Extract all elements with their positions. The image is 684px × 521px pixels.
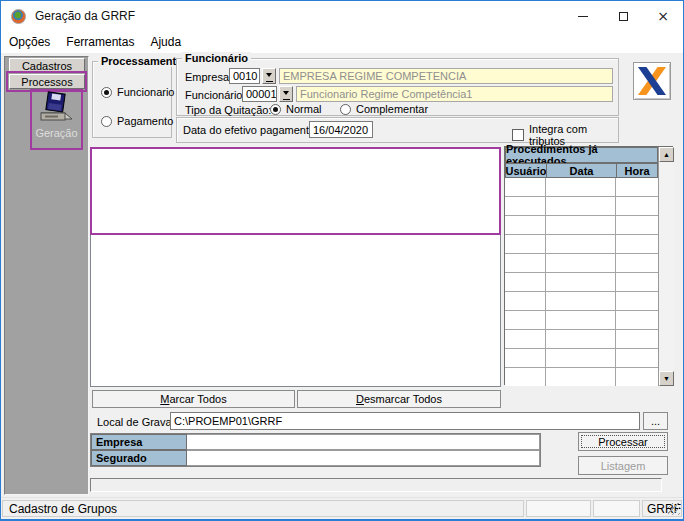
- radio-funcionario[interactable]: Funcionario: [101, 86, 174, 98]
- dropdown-icon: [266, 73, 272, 80]
- close-button[interactable]: ×: [643, 1, 683, 31]
- radio-normal-label: Normal: [286, 103, 321, 115]
- listagem-button: Listagem: [578, 456, 668, 475]
- status-panel-3: [593, 500, 640, 517]
- radio-funcionario-label: Funcionario: [117, 86, 174, 98]
- menu-ferramentas[interactable]: Ferramentas: [58, 32, 142, 52]
- table-row: Segurado: [91, 450, 540, 466]
- resize-grip[interactable]: [668, 503, 680, 515]
- browse-button[interactable]: ...: [643, 412, 668, 430]
- scroll-down-button[interactable]: ▼: [659, 371, 674, 386]
- radio-normal-icon: [270, 104, 281, 115]
- menu-ajuda[interactable]: Ajuda: [142, 32, 189, 52]
- close-icon: ×: [657, 9, 669, 23]
- scroll-down-icon: ▼: [663, 375, 670, 382]
- funcionario-dropdown-button[interactable]: [279, 86, 293, 102]
- table-row[interactable]: [505, 197, 658, 216]
- app-window: Geração da GRRF × Opções Ferramentas Aju…: [0, 0, 684, 521]
- column-header-usuario[interactable]: Usuário: [505, 163, 547, 178]
- column-header-data[interactable]: Data: [546, 163, 617, 178]
- table-row[interactable]: [505, 368, 658, 386]
- funcionario-label: Funcionário:: [185, 89, 246, 101]
- table-row[interactable]: [505, 292, 658, 311]
- annotation-highlight-list: [90, 147, 501, 235]
- funcionario-group: Funcionário Empresa: 0010 EMPRESA REGIME…: [176, 58, 619, 116]
- resultado-empresa-label: Empresa: [91, 434, 187, 450]
- progress-bar: [90, 478, 662, 492]
- checkbox-icon: [512, 129, 524, 141]
- sidebar-tab-processos[interactable]: Processos: [9, 74, 85, 89]
- empresa-name-field: EMPRESA REGIME COMPETENCIA: [279, 68, 613, 84]
- funcionario-name-field: Funcionario Regime Competência1: [296, 86, 613, 102]
- procedimentos-body: [505, 178, 658, 386]
- app-icon: [11, 9, 26, 24]
- radio-funcionario-icon: [101, 87, 112, 98]
- pagamento-panel: Data do efetivo pagamento.: 16/04/2020 I…: [176, 117, 619, 143]
- table-row[interactable]: [505, 273, 658, 292]
- annotation-highlight-geracao: Geração: [30, 89, 83, 150]
- procedimentos-title: Procedimentos já executados: [505, 147, 658, 163]
- resultado-grid: Empresa Segurado: [90, 433, 541, 467]
- window-title: Geração da GRRF: [35, 9, 135, 23]
- dropdown-icon: [283, 91, 289, 98]
- empresa-label: Empresa:: [185, 71, 232, 83]
- table-row[interactable]: [505, 311, 658, 330]
- resultado-segurado-value: [187, 450, 540, 466]
- status-message: Cadastro de Grupos: [2, 500, 524, 517]
- data-pagamento-input[interactable]: 16/04/2020: [309, 121, 373, 138]
- radio-pagamento[interactable]: Pagamento: [101, 115, 173, 127]
- menu-bar: Opções Ferramentas Ajuda: [1, 31, 683, 53]
- processamento-title: Processamento: [98, 55, 186, 67]
- minimize-icon: [578, 16, 588, 17]
- table-row[interactable]: [505, 330, 658, 349]
- minimize-button[interactable]: [563, 1, 603, 31]
- radio-complementar-icon: [340, 104, 351, 115]
- menu-opcoes[interactable]: Opções: [1, 32, 58, 52]
- resultado-empresa-value: [187, 434, 540, 450]
- procedimentos-scrollbar[interactable]: ▲ ▼: [658, 147, 674, 386]
- marcar-todos-button[interactable]: Marcar Todos: [92, 390, 295, 408]
- radio-complementar[interactable]: Complementar: [340, 103, 428, 115]
- procedimentos-table: Procedimentos já executados Usuário Data…: [504, 146, 673, 385]
- geracao-tool-label: Geração: [35, 127, 77, 139]
- empresa-code-input[interactable]: 0010: [229, 68, 260, 84]
- maximize-icon: [619, 12, 628, 21]
- resultado-segurado-label: Segurado: [91, 450, 187, 466]
- column-header-hora[interactable]: Hora: [616, 163, 658, 178]
- radio-normal[interactable]: Normal: [270, 103, 321, 115]
- local-gravacao-input[interactable]: C:\PROEMP01\GRRF: [170, 412, 640, 430]
- radio-complementar-label: Complementar: [356, 103, 428, 115]
- desmarcar-todos-button[interactable]: Desmarcar Todos: [297, 390, 501, 408]
- table-row[interactable]: [505, 254, 658, 273]
- maximize-button[interactable]: [603, 1, 643, 31]
- caixa-logo-icon: [638, 67, 666, 95]
- processar-button[interactable]: Processar: [578, 432, 668, 451]
- funcionario-group-title: Funcionário: [182, 52, 251, 64]
- geracao-tool-button[interactable]: Geração: [35, 91, 77, 139]
- funcionario-code-input[interactable]: 00001: [242, 86, 277, 102]
- table-row[interactable]: [505, 349, 658, 368]
- disk-computer-icon: [37, 91, 75, 125]
- status-panel-2: [526, 500, 591, 517]
- sidebar: Cadastros Processos Geração: [4, 56, 89, 495]
- table-row[interactable]: [505, 235, 658, 254]
- radio-pagamento-label: Pagamento: [117, 115, 173, 127]
- table-row: Empresa: [91, 434, 540, 450]
- status-bar: Cadastro de Grupos GRRF: [1, 497, 683, 519]
- radio-pagamento-icon: [101, 116, 112, 127]
- scroll-up-icon: ▲: [663, 151, 670, 158]
- table-row[interactable]: [505, 178, 658, 197]
- scroll-up-button[interactable]: ▲: [659, 147, 674, 162]
- caixa-logo-button[interactable]: [633, 62, 671, 100]
- tipo-quitacao-label: Tipo da Quitação:: [185, 104, 271, 116]
- status-module: GRRF: [642, 500, 682, 517]
- processamento-group: Processamento Funcionario Pagamento: [92, 61, 172, 138]
- title-bar: Geração da GRRF ×: [1, 1, 683, 31]
- data-pagamento-label: Data do efetivo pagamento.:: [183, 124, 321, 136]
- table-row[interactable]: [505, 216, 658, 235]
- empresa-dropdown-button[interactable]: [262, 68, 276, 84]
